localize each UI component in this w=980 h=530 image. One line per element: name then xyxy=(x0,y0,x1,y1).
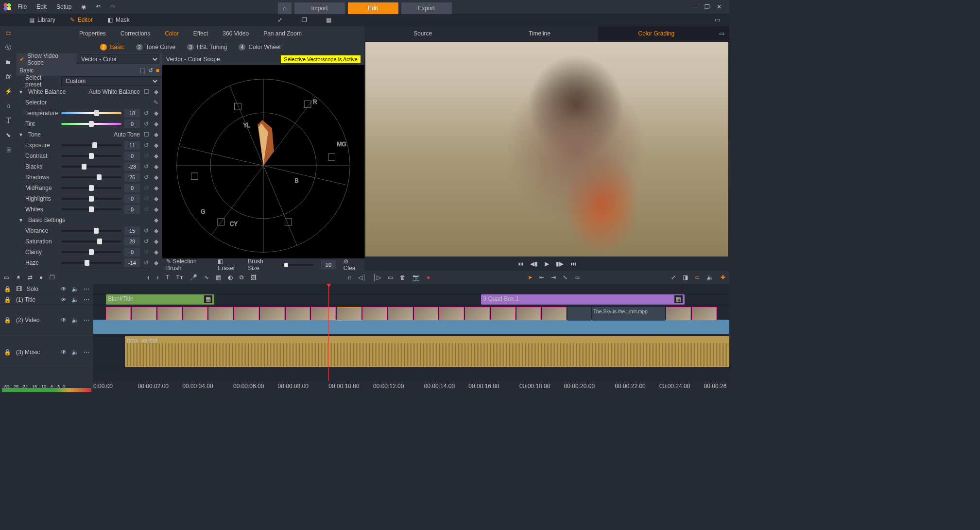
whitebalance-group[interactable]: ▾ White Balance Auto White Balance ☐ ◆ xyxy=(17,86,162,97)
tl-link-icon[interactable]: ⧉ xyxy=(240,274,244,281)
haze-slider[interactable] xyxy=(61,262,121,264)
goto-start-icon[interactable]: ⏮ xyxy=(517,260,523,267)
tl-fit-icon[interactable]: ⤡ xyxy=(563,274,567,281)
subprop-basic[interactable]: 1Basic xyxy=(100,44,124,51)
tint-value[interactable]: 0 xyxy=(124,120,140,128)
step-back-icon[interactable]: ◀▮ xyxy=(530,260,538,267)
whites-value[interactable]: 0 xyxy=(124,205,140,214)
more-icon[interactable]: ⋯ xyxy=(84,286,89,292)
tl-markout-icon[interactable]: ⇥ xyxy=(551,274,556,281)
highlights-slider[interactable] xyxy=(61,198,121,200)
tl-add-icon[interactable]: ✚ xyxy=(721,274,725,281)
menu-setup[interactable]: Setup xyxy=(52,1,75,12)
tl-markin-icon[interactable]: ⇤ xyxy=(539,274,544,281)
playhead[interactable] xyxy=(328,284,329,381)
subprop-hsl[interactable]: 3HSL Tuning xyxy=(187,44,227,51)
midrange-value[interactable]: 0 xyxy=(124,184,140,192)
tool-3d-icon[interactable]: ⌸ xyxy=(3,146,13,154)
preset-select[interactable]: Custom xyxy=(61,76,159,86)
menu-help-icon[interactable]: ◉ xyxy=(77,1,90,12)
tl-gear-icon[interactable]: ✷ xyxy=(16,274,21,281)
tl-mic-icon[interactable]: 🎤 xyxy=(190,274,197,281)
home-button[interactable]: ⌂ xyxy=(278,2,292,14)
vibrance-value[interactable]: 15 xyxy=(124,226,140,235)
reset-icon[interactable]: ↺ xyxy=(143,110,150,117)
lut-select[interactable]: None xyxy=(61,269,150,271)
fullscreen-icon[interactable]: ▭ xyxy=(715,17,724,23)
tool-overlay-icon[interactable]: ⬊ xyxy=(3,131,13,139)
proptab-panzoom[interactable]: Pan and Zoom xyxy=(263,30,302,37)
tl-grid-icon[interactable]: ▦ xyxy=(216,274,221,281)
tl-zoom-icon[interactable]: ⤢ xyxy=(671,274,676,281)
tl-blur-icon[interactable]: ◐ xyxy=(228,274,233,281)
trackhdr-music[interactable]: 🔒(3) Music👁🔈⋯ xyxy=(0,335,93,369)
clear-button[interactable]: ⊘ Clea xyxy=(344,258,361,272)
midrange-slider[interactable] xyxy=(61,187,121,189)
key-icon[interactable]: ◆ xyxy=(153,110,159,117)
tool-bin-icon[interactable]: 🗃 xyxy=(3,29,13,37)
tool-transition-icon[interactable]: ⚡ xyxy=(3,87,13,95)
tl-copy-icon[interactable]: ❐ xyxy=(50,274,55,281)
tl-vol-icon[interactable]: 🔈 xyxy=(706,274,714,281)
proptab-corrections[interactable]: Corrections xyxy=(120,30,150,37)
goto-end-icon[interactable]: ⏭ xyxy=(570,260,576,267)
layout-icon[interactable]: ❐ xyxy=(302,17,311,23)
pin-icon[interactable]: ⤢ xyxy=(277,17,287,23)
window-minimize-icon[interactable]: — xyxy=(692,3,698,10)
key-diamond-icon[interactable]: ◆ xyxy=(153,88,159,95)
tl-circle-icon[interactable]: ● xyxy=(39,274,43,281)
saturation-slider[interactable] xyxy=(61,240,121,242)
tl-clip-icon[interactable]: ▭ xyxy=(388,274,393,281)
blacks-slider[interactable] xyxy=(61,166,121,168)
blacks-value[interactable]: -23 xyxy=(124,162,140,171)
clarity-value[interactable]: 0 xyxy=(124,248,140,256)
proptab-color[interactable]: Color xyxy=(165,30,179,37)
exposure-slider[interactable] xyxy=(61,144,121,146)
selection-brush-button[interactable]: ✎ Selection Brush xyxy=(166,258,210,272)
video-clip[interactable]: The-Sky-is-the-Limit.mpg xyxy=(93,306,729,334)
auto-tone-checkbox[interactable]: ☐ xyxy=(143,131,150,138)
menu-file[interactable]: File xyxy=(14,1,31,12)
temperature-value[interactable]: 18 xyxy=(124,109,140,118)
tl-select-icon[interactable]: ▭ xyxy=(574,274,580,281)
step-fwd-icon[interactable]: ▮▶ xyxy=(556,260,564,267)
prevtab-colorgrading[interactable]: Color Grading xyxy=(598,26,715,41)
mode-edit-button[interactable]: Edit xyxy=(348,2,398,14)
tl-view-icon[interactable]: ▭ xyxy=(4,274,9,281)
proptab-360video[interactable]: 360 Video xyxy=(223,30,249,37)
tint-slider[interactable] xyxy=(61,123,121,125)
tl-arrow-icon[interactable]: ➤ xyxy=(528,274,533,281)
window-maximize-icon[interactable]: ❐ xyxy=(705,3,710,10)
trackhdr-title[interactable]: 🔒(1) Title👁🔈⋯ xyxy=(0,294,93,305)
eye-icon[interactable]: 👁 xyxy=(61,286,67,292)
tl-mixer-icon[interactable]: ⇄ xyxy=(28,274,33,281)
tone-group[interactable]: ▾ToneAuto Tone☐◆ xyxy=(17,129,162,140)
eraser-button[interactable]: ◧ Eraser xyxy=(218,258,240,272)
grid-icon[interactable]: ▦ xyxy=(326,17,336,23)
subprop-tonecurve[interactable]: 2Tone Curve xyxy=(136,44,175,51)
tool-audio-icon[interactable]: ♫ xyxy=(3,102,13,110)
tl-levels-icon[interactable]: ⫞ xyxy=(146,274,149,281)
window-close-icon[interactable]: ✕ xyxy=(717,3,722,10)
tool-vw-icon[interactable]: ⓥ xyxy=(3,44,13,51)
show-scope-checkbox-icon[interactable]: ✔ xyxy=(19,56,24,63)
saturation-value[interactable]: 28 xyxy=(124,237,140,246)
subprop-colorwheel[interactable]: 4Color Wheel xyxy=(239,44,280,51)
tl-img-icon[interactable]: 🖾 xyxy=(251,274,257,281)
mode-export-button[interactable]: Export xyxy=(401,2,452,14)
vibrance-slider[interactable] xyxy=(61,230,121,232)
tl-tune-icon[interactable]: ♪ xyxy=(156,274,159,281)
haze-value[interactable]: -14 xyxy=(124,258,140,267)
shadows-slider[interactable] xyxy=(61,176,121,178)
prevtab-timeline[interactable]: Timeline xyxy=(481,26,598,41)
preview-expand-icon[interactable]: ▭ xyxy=(715,26,729,41)
scope-type-select[interactable]: Vector - Color xyxy=(77,54,159,64)
trackhdr-video[interactable]: 🔒(2) Video👁🔈⋯ xyxy=(0,305,93,335)
clarity-slider[interactable] xyxy=(61,251,121,253)
trackhdr-solo[interactable]: 🔒 🎞 Solo 👁 🔈 ⋯ xyxy=(0,284,93,294)
highlights-value[interactable]: 0 xyxy=(124,194,140,203)
redo-icon[interactable]: ↷ xyxy=(106,1,119,12)
tl-magnet-icon[interactable]: ⊂ xyxy=(695,274,700,281)
tl-razor-icon[interactable]: ⎌ xyxy=(348,274,351,281)
tool-fx-icon[interactable]: fx xyxy=(3,73,13,81)
